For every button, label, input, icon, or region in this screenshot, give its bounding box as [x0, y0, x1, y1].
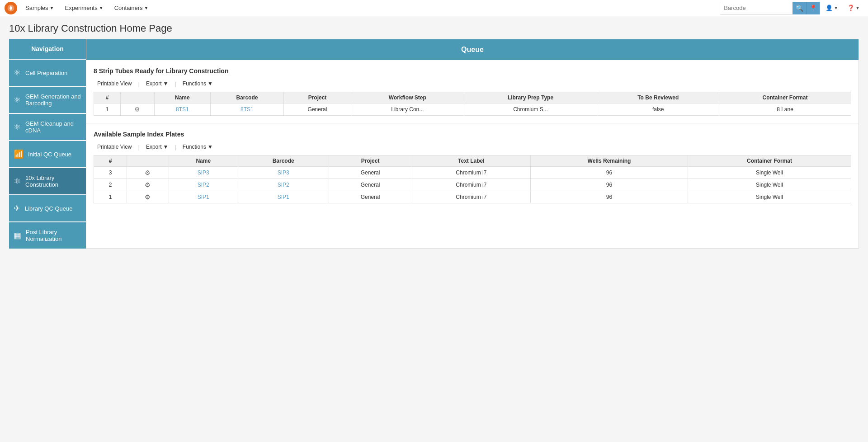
strip-tubes-title: 8 Strip Tubes Ready for Library Construc… [94, 67, 851, 75]
table-row: 2 ⚙ SIP2 SIP2 General Chromium i7 96 Sin… [94, 179, 851, 191]
sidebar: Navigation ⚛ Cell Preparation ⚛ GEM Gene… [9, 39, 86, 249]
printable-view-button-1[interactable]: Printable View [94, 79, 136, 88]
col-gear [127, 155, 169, 167]
row-barcode-link[interactable]: SIP2 [238, 179, 329, 191]
sample-index-toolbar: Printable View | Export ▼ | Functions ▼ [94, 142, 851, 151]
gem-cleanup-icon: ⚛ [14, 122, 21, 132]
sidebar-item-label: Post Library Normalization [26, 229, 81, 242]
barcode-input[interactable] [720, 5, 793, 11]
search-button[interactable]: 🔍 [793, 2, 806, 14]
col-container-format: Container Format [719, 92, 851, 103]
experiments-caret: ▼ [99, 5, 104, 10]
export-caret-2: ▼ [163, 144, 169, 150]
samples-caret: ▼ [50, 5, 54, 10]
row-gear-icon[interactable]: ⚙ [145, 169, 151, 176]
sidebar-header: Navigation [9, 39, 86, 59]
strip-tubes-toolbar: Printable View | Export ▼ | Functions ▼ [94, 79, 851, 88]
location-button[interactable]: 📍 [806, 2, 820, 14]
row-name-link[interactable]: SIP2 [169, 179, 238, 191]
row-gear-icon[interactable]: ⚙ [134, 106, 140, 113]
cell-prep-icon: ⚛ [14, 68, 21, 78]
sidebar-item-label: Library QC Queue [25, 205, 73, 212]
main-layout: Navigation ⚛ Cell Preparation ⚛ GEM Gene… [0, 39, 868, 258]
library-qc-icon: ✈ [14, 203, 20, 213]
col-text-label: Text Label [412, 155, 530, 167]
help-menu[interactable]: ❓ ▼ [844, 3, 863, 13]
printable-view-button-2[interactable]: Printable View [94, 142, 136, 151]
export-button-1[interactable]: Export ▼ [142, 79, 172, 88]
sidebar-item-library-qc[interactable]: ✈ Library QC Queue [9, 194, 86, 221]
col-project: Project [284, 92, 351, 103]
table-row: 1 ⚙ SIP1 SIP1 General Chromium i7 96 Sin… [94, 191, 851, 203]
containers-caret: ▼ [144, 5, 149, 10]
containers-menu[interactable]: Containers ▼ [110, 3, 153, 13]
functions-caret-2: ▼ [208, 144, 213, 150]
functions-caret-1: ▼ [208, 80, 213, 87]
app-logo [5, 2, 17, 14]
queue-header: Queue [86, 39, 859, 60]
col-barcode: Barcode [238, 155, 329, 167]
sidebar-item-label: 10x Library Construction [25, 174, 81, 188]
col-library-prep: Library Prep Type [464, 92, 597, 103]
10x-lib-icon: ⚛ [14, 176, 21, 186]
experiments-menu[interactable]: Experiments ▼ [60, 3, 108, 13]
page-title: 10x Library Construction Home Page [0, 16, 868, 39]
gem-gen-icon: ⚛ [14, 95, 21, 105]
row-gear-icon[interactable]: ⚙ [145, 181, 151, 188]
row-barcode-link[interactable]: SIP1 [238, 191, 329, 203]
col-to-be-reviewed: To Be Reviewed [597, 92, 719, 103]
strip-tubes-section: 8 Strip Tubes Ready for Library Construc… [86, 60, 859, 123]
user-menu[interactable]: 👤 ▼ [822, 3, 842, 13]
functions-button-1[interactable]: Functions ▼ [179, 79, 217, 88]
row-barcode-link[interactable]: 8TS1 [210, 103, 283, 116]
sample-index-title: Available Sample Index Plates [94, 131, 851, 138]
col-workflow-step: Workflow Step [351, 92, 464, 103]
sample-index-section: Available Sample Index Plates Printable … [86, 123, 859, 211]
sidebar-item-label: GEM Cleanup and cDNA [25, 120, 81, 134]
sidebar-item-10x-library[interactable]: ⚛ 10x Library Construction [9, 167, 86, 194]
col-num: # [94, 92, 121, 103]
col-project: Project [329, 155, 412, 167]
barcode-search: 🔍 📍 [720, 2, 820, 14]
col-name: Name [169, 155, 238, 167]
strip-tubes-table: # Name Barcode Project Workflow Step Lib… [94, 92, 851, 116]
sidebar-item-cell-preparation[interactable]: ⚛ Cell Preparation [9, 59, 86, 86]
col-num: # [94, 155, 127, 167]
sidebar-item-label: GEM Generation and Barcoding [25, 93, 81, 107]
row-name-link[interactable]: 8TS1 [154, 103, 210, 116]
col-container-format: Container Format [688, 155, 851, 167]
initial-qc-icon: 📶 [14, 149, 24, 159]
row-barcode-link[interactable]: SIP3 [238, 167, 329, 179]
export-button-2[interactable]: Export ▼ [142, 142, 172, 151]
sidebar-item-gem-cleanup[interactable]: ⚛ GEM Cleanup and cDNA [9, 113, 86, 140]
top-navigation: Samples ▼ Experiments ▼ Containers ▼ 🔍 📍… [0, 0, 868, 16]
sidebar-item-post-library[interactable]: ▦ Post Library Normalization [9, 221, 86, 249]
export-caret-1: ▼ [163, 80, 169, 87]
sample-index-table: # Name Barcode Project Text Label Wells … [94, 155, 851, 203]
post-lib-icon: ▦ [14, 230, 21, 240]
content-area: Queue 8 Strip Tubes Ready for Library Co… [86, 39, 859, 249]
sidebar-item-gem-generation[interactable]: ⚛ GEM Generation and Barcoding [9, 86, 86, 113]
table-row: 1 ⚙ 8TS1 8TS1 General Library Con... Chr… [94, 103, 851, 116]
row-name-link[interactable]: SIP1 [169, 191, 238, 203]
row-name-link[interactable]: SIP3 [169, 167, 238, 179]
col-gear [121, 92, 155, 103]
functions-button-2[interactable]: Functions ▼ [179, 142, 217, 151]
row-gear-icon[interactable]: ⚙ [145, 193, 151, 201]
sidebar-item-label: Cell Preparation [25, 70, 67, 76]
col-wells-remaining: Wells Remaining [530, 155, 688, 167]
col-barcode: Barcode [210, 92, 283, 103]
sidebar-item-initial-qc[interactable]: 📶 Initial QC Queue [9, 140, 86, 167]
col-name: Name [154, 92, 210, 103]
table-row: 3 ⚙ SIP3 SIP3 General Chromium i7 96 Sin… [94, 167, 851, 179]
samples-menu[interactable]: Samples ▼ [21, 3, 58, 13]
sidebar-item-label: Initial QC Queue [28, 151, 71, 158]
